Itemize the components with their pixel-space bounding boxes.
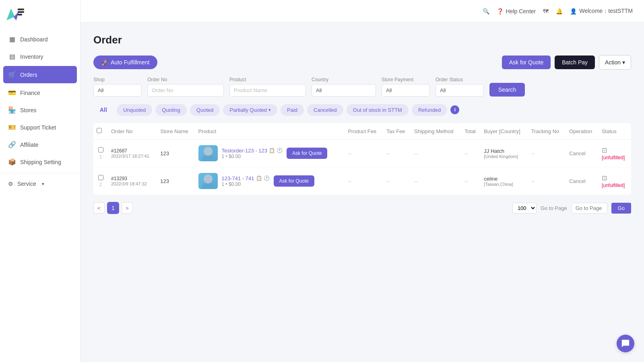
- tab-out-of-stock[interactable]: Out of stock in STTM: [347, 104, 409, 116]
- row-checkbox[interactable]: [98, 175, 103, 180]
- buyer-name: JJ Hatch: [484, 148, 524, 154]
- row-checkbox[interactable]: [98, 147, 103, 152]
- store-payment-filter: Store Payment All: [382, 77, 430, 97]
- table-row: 2 #13293 2022/3/9 18:47:32 123: [93, 167, 631, 195]
- current-page-button[interactable]: 1: [107, 202, 119, 214]
- product-input[interactable]: [229, 84, 306, 97]
- copy-icon[interactable]: 📋: [269, 148, 275, 153]
- store-name-cell: 123: [157, 140, 195, 167]
- svg-rect-3: [18, 8, 24, 10]
- ask-for-quote-row-button[interactable]: Ask for Quote: [287, 148, 327, 159]
- status-icon: ⊡: [602, 146, 607, 154]
- user-menu[interactable]: 👤 Welcome：testSTTM: [570, 8, 633, 15]
- user-label: Welcome：testSTTM: [579, 8, 633, 15]
- product-link[interactable]: 123-741 - 741: [222, 175, 254, 181]
- shipping-method-cell: --: [411, 140, 461, 167]
- sidebar-item-finance[interactable]: 💳 Finance: [0, 84, 80, 101]
- status-badge: [unfulfilled]: [602, 155, 625, 160]
- inventory-icon: ▤: [8, 53, 16, 60]
- ask-for-quote-row-button[interactable]: Ask for Quote: [274, 175, 314, 187]
- order-no-input[interactable]: [147, 84, 224, 97]
- tab-cancelled[interactable]: Cancelled: [307, 104, 343, 116]
- search-icon[interactable]: 🔍: [483, 8, 489, 14]
- cancel-button[interactable]: Cancel: [569, 178, 585, 184]
- tab-unquoted[interactable]: Unquoted: [117, 104, 152, 116]
- tab-partially-quoted-label: Partially Quoted: [229, 107, 267, 113]
- sidebar-item-orders[interactable]: 🛒 Orders: [3, 66, 77, 83]
- page-nav: < 1 >: [93, 202, 133, 214]
- prev-page-button[interactable]: <: [93, 202, 105, 214]
- product-price: 1 • $0.00: [222, 181, 270, 187]
- batch-pay-button[interactable]: Batch Pay: [555, 56, 595, 69]
- next-page-button[interactable]: >: [122, 202, 133, 214]
- logo-area: [0, 0, 80, 29]
- nav-section: ▦ Dashboard ▤ Inventory 🛒 Orders 💳 Finan…: [0, 29, 80, 193]
- order-no-cell: #13293 2022/3/9 18:47:32: [108, 167, 157, 195]
- sidebar: ▦ Dashboard ▤ Inventory 🛒 Orders 💳 Finan…: [0, 0, 80, 362]
- copy-icon[interactable]: 📋: [256, 175, 262, 181]
- col-tracking-no: Tracking No: [528, 123, 566, 140]
- buyer-country-cell: JJ Hatch [United Kingdom]: [481, 140, 528, 167]
- history-icon[interactable]: 🕐: [277, 148, 283, 153]
- sidebar-item-service[interactable]: ⚙ Service ▾: [0, 176, 80, 192]
- tab-quoting[interactable]: Quoting: [155, 104, 187, 116]
- chat-bubble[interactable]: [617, 335, 634, 352]
- status-badge: [unfulfilled]: [602, 183, 625, 188]
- status-tabs: All Unquoted Quoting Quoted Partially Qu…: [93, 104, 631, 116]
- tab-partially-quoted[interactable]: Partially Quoted ▾: [223, 104, 277, 116]
- filter-row: Shop All Order No Product Country All: [93, 77, 631, 97]
- help-center-button[interactable]: ❓ Help Center: [497, 8, 536, 14]
- service-label: Service: [17, 181, 36, 187]
- auto-fulfillment-button[interactable]: 🚀 Auto Fulfillment: [93, 56, 157, 69]
- tab-all[interactable]: All: [93, 104, 114, 116]
- tab-quoted[interactable]: Quoted: [190, 104, 220, 116]
- sidebar-item-shipping[interactable]: 📦 Shipping Setting: [0, 153, 80, 171]
- sidebar-item-support[interactable]: 🎫 Support Ticket: [0, 119, 80, 136]
- search-label: Search: [498, 86, 516, 93]
- col-operation: Operation: [566, 123, 599, 140]
- search-button[interactable]: Search: [489, 83, 525, 97]
- chevron-down-icon: ▾: [268, 107, 271, 113]
- sidebar-item-inventory[interactable]: ▤ Inventory: [0, 48, 80, 65]
- tab-refunded-label: Refunded: [418, 107, 441, 113]
- tax-fee-cell: --: [383, 167, 411, 195]
- order-status-select[interactable]: All: [436, 84, 484, 97]
- go-button[interactable]: Go: [611, 203, 631, 214]
- per-page-select[interactable]: 100 50 20: [512, 203, 537, 214]
- store-payment-select[interactable]: All: [382, 84, 430, 97]
- action-button[interactable]: Action ▾: [599, 55, 631, 70]
- shipping-method-cell: --: [411, 167, 461, 195]
- country-select[interactable]: All: [312, 84, 376, 97]
- row-number: 1: [99, 154, 102, 160]
- cancel-button[interactable]: Cancel: [569, 150, 585, 156]
- tab-refunded[interactable]: Refunded: [412, 104, 447, 116]
- total-cell: --: [461, 167, 481, 195]
- select-all-checkbox[interactable]: [97, 128, 102, 133]
- sidebar-item-label: Finance: [20, 90, 40, 96]
- shop-select[interactable]: All: [93, 84, 142, 97]
- tab-paid[interactable]: Paid: [281, 104, 304, 116]
- tab-paid-label: Paid: [287, 107, 297, 113]
- row-checkbox-cell: 2: [93, 167, 108, 195]
- ask-for-quote-button[interactable]: Ask for Quote: [502, 56, 551, 69]
- bell-icon[interactable]: 🔔: [556, 8, 563, 14]
- sidebar-item-stores[interactable]: 🏪 Stores: [0, 101, 80, 119]
- history-icon[interactable]: 🕐: [264, 175, 270, 181]
- sidebar-item-dashboard[interactable]: ▦ Dashboard: [0, 31, 80, 48]
- service-icon: ⚙: [8, 181, 13, 187]
- product-label: Product: [229, 77, 306, 82]
- shop-filter: Shop All: [93, 77, 142, 97]
- sidebar-item-affiliate[interactable]: 🔗 Affiliate: [0, 136, 80, 153]
- order-no-label: Order No: [147, 77, 224, 82]
- table-body: 1 #12687 2022/3/17 18:27:41 123: [93, 140, 631, 195]
- goto-page-input[interactable]: [571, 203, 607, 214]
- info-icon[interactable]: i: [450, 105, 459, 114]
- product-fee-cell: --: [345, 140, 383, 167]
- product-link[interactable]: Testorder-123 - 123: [222, 148, 267, 154]
- store-name: 123: [160, 150, 169, 156]
- current-page-label: 1: [111, 205, 115, 211]
- buyer-country: [Taiwan,China]: [484, 182, 524, 187]
- map-icon[interactable]: 🗺: [543, 8, 549, 14]
- toolbar: 🚀 Auto Fulfillment Ask for Quote Batch P…: [93, 55, 631, 70]
- tab-out-of-stock-label: Out of stock in STTM: [353, 107, 402, 113]
